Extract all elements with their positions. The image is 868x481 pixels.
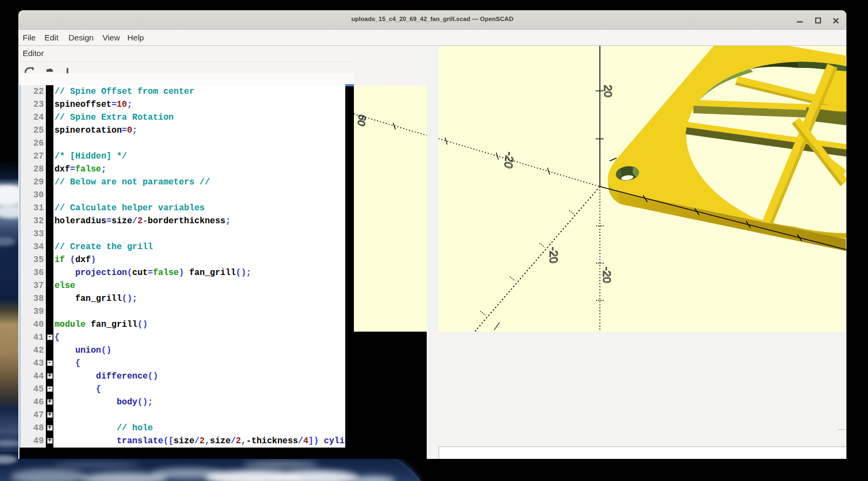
svg-text:-20: -20 bbox=[548, 246, 560, 264]
svg-text:-20: -20 bbox=[502, 150, 516, 170]
svg-text:-20: -20 bbox=[601, 267, 613, 283]
svg-text:20: 20 bbox=[602, 85, 614, 97]
